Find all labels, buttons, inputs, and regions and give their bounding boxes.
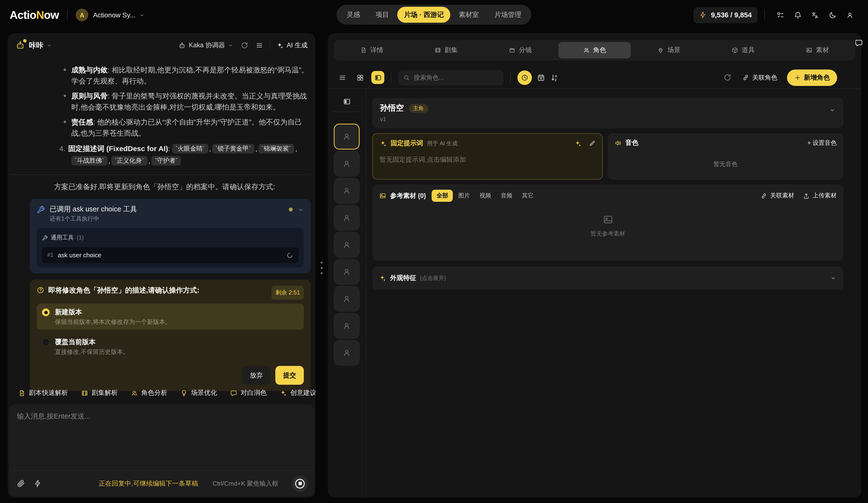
clapperboard-icon	[509, 47, 516, 53]
tool-run-row[interactable]: #1 ask user choice	[42, 247, 299, 263]
stage-body: 孙悟空 主角 v1 固定提示词 用于 AI 生成	[328, 90, 861, 498]
character-thumb[interactable]	[334, 151, 360, 177]
filter-audio[interactable]: 音频	[496, 190, 517, 202]
chevron-down-icon[interactable]	[298, 207, 304, 213]
chevron-down-icon[interactable]	[830, 275, 837, 281]
quick-action-creative-suggest[interactable]: 创意建议	[280, 389, 316, 397]
refresh-chat-button[interactable]	[241, 41, 249, 49]
stop-generation-button[interactable]	[292, 475, 308, 492]
chat-message-area[interactable]: 成熟与内敛: 相比取经时期,他更为沉稳,不再是那个轻易被激怒的“弼马温”。学会了…	[8, 58, 316, 395]
clock-icon	[521, 74, 528, 81]
character-search[interactable]	[398, 70, 504, 85]
quick-action-scene-optimize[interactable]: 场景优化	[180, 389, 217, 397]
character-thumb-selected[interactable]	[334, 123, 360, 150]
quick-action-script-parse[interactable]: 剧本快速解析	[18, 389, 68, 397]
quick-action-episode-parse[interactable]: 剧集解析	[81, 389, 118, 397]
assistant-robot-icon	[16, 41, 25, 50]
nav-item-assets[interactable]: 素材室	[451, 5, 486, 24]
tab-storyboard[interactable]: 分镜	[484, 42, 557, 58]
view-grid-button[interactable]	[353, 71, 366, 84]
tab-details[interactable]: 详情	[335, 42, 408, 58]
filter-videos[interactable]: 视频	[475, 190, 495, 202]
add-character-button[interactable]: 新增角色	[787, 69, 837, 86]
panel-resize-handle[interactable]	[321, 262, 323, 274]
person-icon	[342, 132, 352, 141]
filter-images[interactable]: 图片	[454, 190, 474, 202]
paperclip-icon	[17, 479, 25, 487]
person-icon	[342, 348, 352, 358]
references-card: 参考素材 (0) 全部 图片 视频 音频 其它 关联素材	[372, 184, 844, 261]
agent-selector[interactable]: Kaka 协调器	[179, 41, 234, 50]
quick-action-character-analysis[interactable]: 角色分析	[131, 389, 167, 397]
filter-other[interactable]: 其它	[518, 190, 538, 202]
radio-unselected-icon[interactable]	[42, 339, 50, 346]
sort-by-date-button[interactable]	[537, 73, 545, 82]
cancel-button[interactable]: 放弃	[242, 366, 270, 385]
filter-all[interactable]: 全部	[432, 190, 453, 202]
chevron-down-icon[interactable]	[829, 107, 836, 113]
character-thumb[interactable]	[334, 286, 360, 312]
credits-usage[interactable]: 9,536 / 9,854	[694, 7, 757, 23]
character-thumb[interactable]	[334, 259, 360, 285]
character-thumb[interactable]	[334, 313, 360, 339]
nav-item-studio-active[interactable]: 片场 · 西游记	[397, 7, 451, 23]
link-character-button[interactable]: 关联角色	[742, 73, 777, 82]
character-thumb[interactable]	[334, 340, 360, 366]
fixed-prompt-empty[interactable]: 暂无固定提示词,点击编辑添加	[380, 155, 596, 164]
submit-button[interactable]: 提交	[275, 366, 304, 385]
chevron-down-icon[interactable]	[46, 42, 52, 48]
character-thumb[interactable]	[334, 232, 360, 258]
link-asset-button[interactable]: 关联素材	[761, 192, 794, 200]
tab-episodes[interactable]: 剧集	[410, 42, 482, 58]
sort-alpha-button[interactable]	[550, 73, 559, 82]
notifications-button[interactable]	[789, 11, 806, 19]
upload-asset-button[interactable]: 上传素材	[803, 192, 837, 200]
nav-item-projects[interactable]: 项目	[369, 5, 396, 24]
view-list-button[interactable]	[335, 71, 349, 84]
quick-command-button[interactable]	[34, 479, 42, 487]
set-voice-button[interactable]: + 设置音色	[807, 139, 837, 147]
character-thumb[interactable]	[334, 205, 360, 231]
tab-props[interactable]: 道具	[707, 42, 779, 58]
ai-generate-button[interactable]: AI 生成	[277, 41, 308, 50]
sort-recent-button[interactable]	[517, 70, 532, 85]
search-input[interactable]	[414, 74, 499, 81]
history-list-button[interactable]	[256, 41, 264, 49]
nav-item-inspiration[interactable]: 灵感	[340, 5, 368, 24]
tab-assets[interactable]: 素材	[781, 42, 854, 58]
feedback-bubble-button[interactable]	[855, 39, 863, 47]
tool-call-card[interactable]: 已调用 ask user choice 工具 还有1个工具执行中 通用工具 (1…	[30, 199, 311, 273]
refresh-list-button[interactable]	[723, 73, 732, 82]
option-overwrite-version[interactable]: 覆盖当前版本 直接修改,不保留历史版本。	[37, 334, 304, 360]
appearance-card[interactable]: 外观特征 (点击展开)	[372, 266, 844, 290]
character-thumb[interactable]	[334, 178, 360, 204]
stage-toolbar: 关联角色 新增角色	[328, 67, 861, 89]
fixed-prompt-title: 固定提示词	[391, 139, 423, 148]
option-new-version[interactable]: 新建版本 保留当前版本,将本次修改存为一个新版本。	[37, 304, 304, 330]
spinner-icon	[287, 252, 293, 259]
appearance-title: 外观特征	[390, 274, 416, 282]
character-header-card[interactable]: 孙悟空 主角 v1	[372, 98, 844, 128]
theme-toggle-button[interactable]	[824, 11, 841, 19]
language-button[interactable]	[806, 11, 824, 19]
tab-characters[interactable]: 角色	[558, 42, 631, 58]
fixed-prompt-card[interactable]: 固定提示词 用于 AI 生成 暂无固定提示词,点击编辑添加	[372, 133, 603, 180]
confirm-title: 即将修改角色「孙悟空」的描述,请确认操作方式:	[48, 286, 268, 295]
edit-pencil-button[interactable]	[589, 140, 596, 147]
user-icon	[846, 11, 854, 19]
quick-action-dialogue-polish[interactable]: 对白润色	[230, 389, 267, 397]
view-split-button[interactable]	[371, 71, 384, 84]
radio-selected-icon[interactable]	[42, 309, 50, 316]
ai-sparkles-button[interactable]	[574, 140, 581, 147]
character-version: v1	[380, 116, 836, 123]
tasks-button[interactable]	[772, 11, 789, 19]
workspace-switcher[interactable]: A Actionow Sy...	[76, 9, 145, 21]
account-button[interactable]	[841, 11, 858, 19]
nav-item-studio-manage[interactable]: 片场管理	[487, 5, 528, 24]
message-input[interactable]	[9, 404, 314, 470]
translate-icon	[811, 11, 819, 19]
tool-index: #1	[47, 250, 53, 261]
tab-scenes[interactable]: 场景	[633, 42, 705, 58]
attach-button[interactable]	[17, 479, 25, 487]
collapse-rail-button[interactable]	[343, 95, 351, 108]
